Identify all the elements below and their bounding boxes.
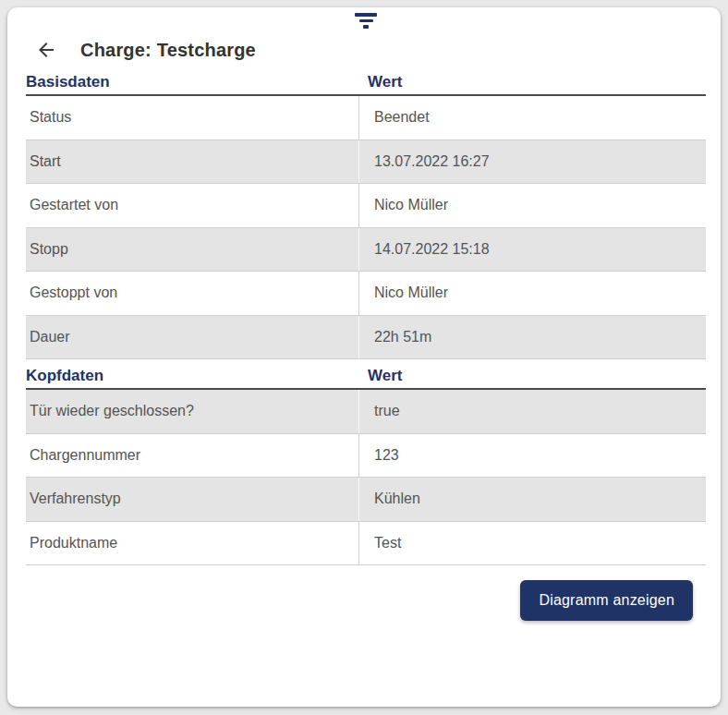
filter-list-icon[interactable]: [351, 12, 381, 31]
table-row: Tür wieder geschlossen?true: [26, 390, 706, 434]
row-value: 22h 51m: [359, 316, 706, 359]
row-value: Beendet: [359, 96, 706, 139]
table-row: Gestoppt vonNico Müller: [26, 272, 706, 316]
row-label: Status: [26, 96, 359, 139]
table-section: Basisdaten Wert StatusBeendetStart13.07.…: [26, 73, 706, 359]
table-row: Gestartet vonNico Müller: [26, 184, 706, 228]
table-body: StatusBeendetStart13.07.2022 16:27Gestar…: [26, 96, 706, 359]
show-diagram-button[interactable]: Diagramm anzeigen: [520, 580, 693, 621]
row-label: Gestartet von: [26, 184, 359, 227]
row-label: Gestoppt von: [26, 272, 359, 315]
table-row: StatusBeendet: [26, 96, 706, 140]
row-label: Stopp: [26, 228, 359, 272]
row-label: Produktname: [26, 522, 359, 565]
back-button[interactable]: [33, 37, 59, 63]
table-row: VerfahrenstypKühlen: [26, 478, 706, 522]
row-value: 13.07.2022 16:27: [359, 140, 706, 184]
table-row: Dauer22h 51m: [26, 316, 706, 360]
row-value: 14.07.2022 15:18: [359, 228, 706, 272]
table-header-label: Basisdaten: [26, 73, 359, 91]
row-value: 123: [359, 434, 706, 478]
row-value: Kühlen: [359, 478, 706, 521]
detail-tables: Basisdaten Wert StatusBeendetStart13.07.…: [26, 73, 706, 565]
table-header: Kopfdaten Wert: [26, 367, 706, 390]
row-label: Verfahrenstyp: [26, 478, 359, 521]
row-value: true: [359, 390, 706, 433]
table-row: Start13.07.2022 16:27: [26, 140, 706, 185]
page-title: Charge: Testcharge: [80, 40, 256, 61]
row-label: Start: [26, 140, 359, 184]
page-header: Charge: Testcharge: [26, 34, 706, 66]
action-row: Diagramm anzeigen: [26, 580, 706, 621]
row-label: Tür wieder geschlossen?: [26, 390, 359, 433]
table-row: Chargennummer123: [26, 434, 706, 479]
charge-detail-card: Charge: Testcharge Basisdaten Wert Statu…: [7, 7, 721, 707]
table-header-value: Wert: [359, 73, 706, 91]
arrow-left-icon: [35, 39, 57, 61]
row-value: Nico Müller: [359, 184, 706, 227]
table-row: ProduktnameTest: [26, 522, 706, 566]
table-header: Basisdaten Wert: [26, 73, 706, 96]
table-section: Kopfdaten Wert Tür wieder geschlossen?tr…: [26, 367, 706, 565]
row-label: Dauer: [26, 316, 359, 359]
top-toolbar: [26, 7, 706, 31]
row-label: Chargennummer: [26, 434, 359, 478]
row-value: Test: [359, 522, 706, 565]
row-value: Nico Müller: [359, 272, 706, 315]
table-header-value: Wert: [359, 367, 706, 385]
table-header-label: Kopfdaten: [26, 367, 359, 385]
table-body: Tür wieder geschlossen?trueChargennummer…: [26, 390, 706, 565]
table-row: Stopp14.07.2022 15:18: [26, 228, 706, 273]
